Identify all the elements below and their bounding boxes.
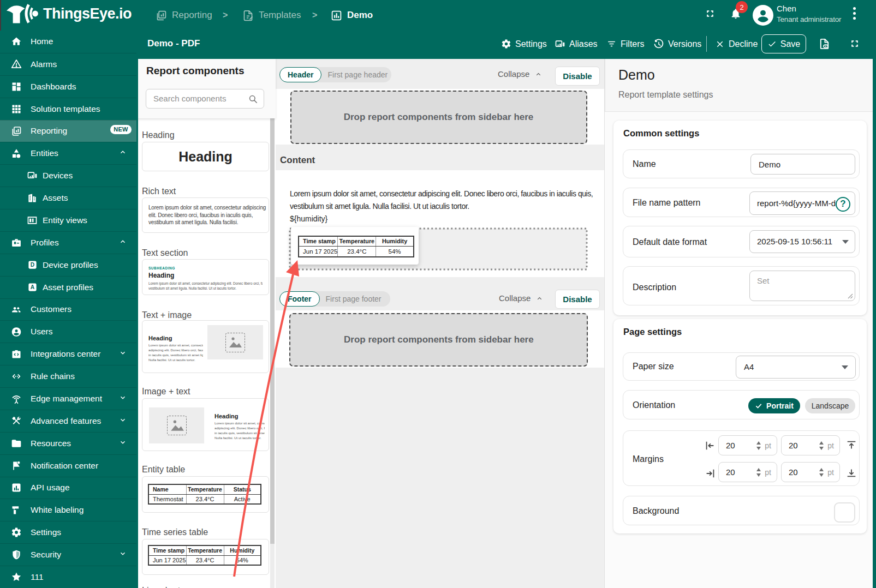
svg-text:D: D: [30, 262, 34, 268]
svg-text:A: A: [30, 285, 34, 291]
